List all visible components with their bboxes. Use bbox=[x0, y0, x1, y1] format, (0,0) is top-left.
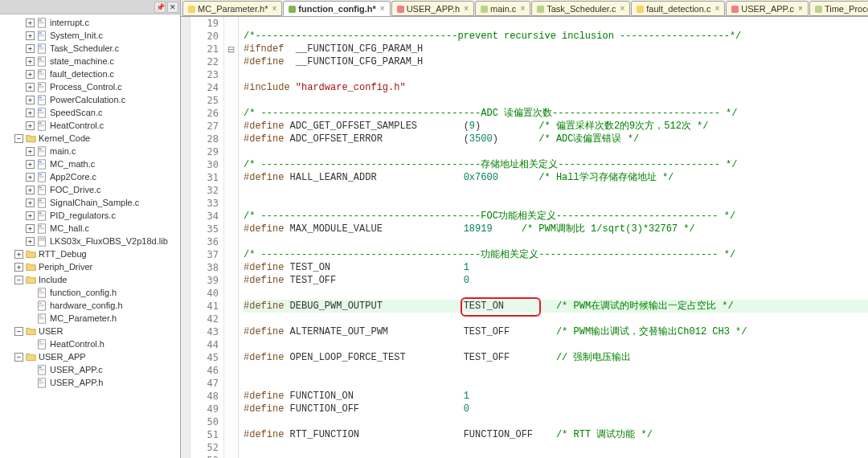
fold-marker[interactable] bbox=[224, 158, 238, 171]
tree-item[interactable]: +interrupt.c bbox=[3, 16, 180, 29]
code-line[interactable]: /* -------------------------------------… bbox=[244, 158, 868, 171]
fold-marker[interactable] bbox=[224, 210, 238, 223]
code-line[interactable] bbox=[244, 68, 868, 81]
fold-marker[interactable] bbox=[224, 248, 238, 261]
code-line[interactable] bbox=[244, 287, 868, 300]
fold-marker[interactable] bbox=[224, 171, 238, 184]
pin-icon[interactable]: 📌 bbox=[154, 2, 166, 13]
code-line[interactable] bbox=[244, 364, 868, 377]
fold-marker[interactable] bbox=[224, 145, 238, 158]
code-line[interactable] bbox=[244, 377, 868, 390]
tree-toggle[interactable]: + bbox=[26, 121, 35, 130]
tree-item[interactable]: +Periph_Driver bbox=[3, 260, 180, 273]
fold-marker[interactable] bbox=[224, 184, 238, 197]
fold-marker[interactable] bbox=[224, 30, 238, 43]
tree-item[interactable]: hardware_config.h bbox=[3, 299, 180, 312]
tree-item[interactable]: −Kernel_Code bbox=[3, 132, 180, 145]
fold-marker[interactable] bbox=[224, 261, 238, 274]
tree-item[interactable]: +PID_regulators.c bbox=[3, 209, 180, 222]
code-line[interactable] bbox=[244, 94, 868, 107]
tree-item[interactable]: −USER_APP bbox=[3, 350, 180, 363]
tree-toggle[interactable]: + bbox=[26, 173, 35, 182]
code-line[interactable]: #define ADC_OFFSET_ERROR (3500) /* ADC读偏… bbox=[244, 133, 868, 145]
tab-close-icon[interactable]: × bbox=[620, 4, 624, 13]
code-line[interactable] bbox=[244, 184, 868, 197]
fold-marker[interactable] bbox=[224, 223, 238, 235]
fold-marker[interactable] bbox=[224, 274, 238, 287]
fold-marker[interactable] bbox=[224, 415, 238, 428]
tree-toggle[interactable]: + bbox=[26, 57, 35, 66]
editor-tab[interactable]: fault_detection.c× bbox=[631, 1, 725, 16]
tree-toggle[interactable]: + bbox=[14, 250, 23, 259]
fold-marker[interactable] bbox=[224, 55, 238, 68]
code-line[interactable]: #include "hardware_config.h" bbox=[244, 81, 868, 94]
code-line[interactable]: #define FUNCTION_ON 1 bbox=[244, 390, 868, 403]
tree-item[interactable]: +SignalChain_Sample.c bbox=[3, 196, 180, 209]
code-content[interactable]: /*-----------------------------------pre… bbox=[239, 17, 868, 458]
tree-item[interactable]: MC_Parameter.h bbox=[3, 312, 180, 325]
fold-marker[interactable] bbox=[224, 235, 238, 248]
fold-marker[interactable] bbox=[224, 81, 238, 94]
tree-item[interactable]: +MC_math.c bbox=[3, 157, 180, 170]
code-line[interactable]: /*-----------------------------------pre… bbox=[244, 30, 868, 43]
editor-tab[interactable]: Task_Scheduler.c× bbox=[531, 1, 630, 16]
tree-toggle[interactable]: + bbox=[26, 147, 35, 156]
tree-item[interactable]: +Task_Scheduler.c bbox=[3, 42, 180, 55]
code-line[interactable]: #define FUNCTION_OFF 0 bbox=[244, 403, 868, 415]
tree-toggle[interactable]: − bbox=[14, 134, 23, 143]
tab-close-icon[interactable]: × bbox=[520, 4, 525, 13]
tree-item[interactable]: +Process_Control.c bbox=[3, 80, 180, 93]
tree-item[interactable]: −USER bbox=[3, 325, 180, 337]
code-line[interactable] bbox=[244, 415, 868, 428]
fold-marker[interactable] bbox=[224, 325, 238, 338]
fold-column[interactable]: ⊟ bbox=[224, 17, 239, 458]
code-editor[interactable]: 1920212223242526272829303132333435363738… bbox=[181, 16, 868, 458]
tree-item[interactable]: +FOC_Drive.c bbox=[3, 183, 180, 196]
code-line[interactable]: #define DEBUG_PWM_OUTPUT TEST_ON /* PWM在… bbox=[244, 300, 868, 313]
code-line[interactable] bbox=[244, 454, 868, 458]
tree-toggle[interactable]: + bbox=[26, 96, 35, 104]
tree-toggle[interactable]: − bbox=[14, 327, 23, 336]
tree-item[interactable]: +LKS03x_FluxOBS_V2p18d.lib bbox=[3, 235, 180, 247]
tree-toggle[interactable]: + bbox=[26, 211, 35, 220]
tree-item[interactable]: USER_APP.c bbox=[3, 363, 180, 376]
code-line[interactable]: #define ALTERNATE_OUT_PWM TEST_OFF /* PW… bbox=[244, 325, 868, 338]
tree-toggle[interactable]: + bbox=[26, 198, 35, 207]
code-line[interactable] bbox=[244, 17, 868, 30]
tree-toggle[interactable]: + bbox=[26, 18, 35, 27]
tree-toggle[interactable]: + bbox=[26, 237, 35, 246]
editor-tab[interactable]: MC_Parameter.h*× bbox=[182, 1, 282, 16]
tree-item[interactable]: +System_Init.c bbox=[3, 29, 180, 42]
fold-marker[interactable] bbox=[224, 390, 238, 403]
code-line[interactable] bbox=[244, 313, 868, 325]
tree-toggle[interactable]: + bbox=[26, 44, 35, 53]
fold-marker[interactable] bbox=[224, 68, 238, 81]
tab-close-icon[interactable]: × bbox=[464, 4, 469, 13]
code-line[interactable]: #define HALL_LEARN_ADDR 0x7600 /* Hall学习… bbox=[244, 171, 868, 184]
tree-item[interactable]: +PowerCalculation.c bbox=[3, 93, 180, 106]
fold-marker[interactable]: ⊟ bbox=[224, 43, 238, 55]
code-line[interactable] bbox=[244, 145, 868, 158]
code-line[interactable]: /* -------------------------------------… bbox=[244, 107, 868, 120]
tree-item[interactable]: +MC_hall.c bbox=[3, 222, 180, 235]
code-line[interactable]: #ifndef __FUNCTION_CFG_PARAM_H bbox=[244, 43, 868, 55]
tree-item[interactable]: +fault_detection.c bbox=[3, 67, 180, 80]
editor-tab[interactable]: USER_APP.c× bbox=[726, 1, 809, 16]
fold-marker[interactable] bbox=[224, 454, 238, 458]
code-line[interactable]: #define TEST_ON 1 bbox=[244, 261, 868, 274]
tree-item[interactable]: +SpeedScan.c bbox=[3, 106, 180, 119]
tree-toggle[interactable]: + bbox=[26, 160, 35, 169]
code-line[interactable]: #define OPEN_LOOP_FORCE_TEST TEST_OFF //… bbox=[244, 351, 868, 364]
code-line[interactable]: #define RTT_FUNCTION FUNCTION_OFF /* RTT… bbox=[244, 428, 868, 441]
code-line[interactable] bbox=[244, 197, 868, 210]
editor-tab[interactable]: Time_Process× bbox=[809, 1, 868, 16]
editor-tab[interactable]: USER_APP.h× bbox=[391, 1, 474, 16]
tree-item[interactable]: +main.c bbox=[3, 145, 180, 157]
tab-close-icon[interactable]: × bbox=[272, 4, 276, 13]
code-line[interactable] bbox=[244, 441, 868, 454]
fold-marker[interactable] bbox=[224, 338, 238, 351]
fold-marker[interactable] bbox=[224, 107, 238, 120]
tree-toggle[interactable]: + bbox=[26, 224, 35, 233]
fold-marker[interactable] bbox=[224, 377, 238, 390]
fold-marker[interactable] bbox=[224, 364, 238, 377]
